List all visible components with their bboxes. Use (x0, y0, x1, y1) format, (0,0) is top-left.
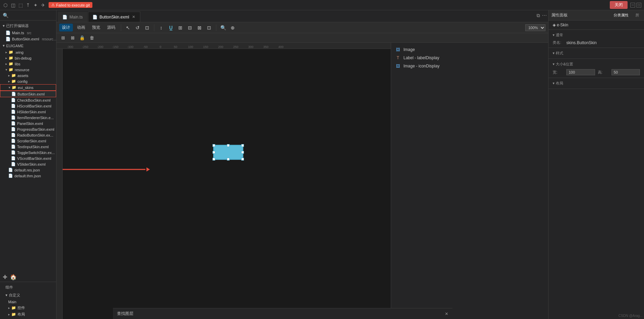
tree-item-assets[interactable]: ▸ 📁 assets (0, 73, 56, 78)
tree-item-toggleswitch[interactable]: 📄 ToggleSwitchSkin.ex... (0, 150, 56, 155)
tree-item-checkbox-skin[interactable]: 📄 CheckBoxSkin.exml (0, 97, 56, 103)
handle-bottom-left[interactable] (212, 158, 215, 161)
section-title-size[interactable]: ▾ 大小&位置 (553, 60, 640, 68)
props-tab-category[interactable]: 分类属性 (611, 12, 631, 18)
align2-icon[interactable]: ⊠ (69, 35, 76, 40)
props-section-layout: ▾ 布局 (549, 78, 644, 89)
canvas-component-area: -300 -250 -200 -150 -100 -50 0 50 100 15… (56, 43, 548, 319)
app-icon-3[interactable]: ⬚ (18, 2, 23, 8)
component-item-label1[interactable]: T Label - labelDisplay (395, 54, 544, 62)
component-item-image1[interactable]: 🖼 Image (395, 46, 544, 54)
title-bar-right: 关闭 ─ □ (610, 1, 641, 9)
underline-icon[interactable]: U̲ (167, 25, 175, 30)
props-tab-all[interactable]: 所 (633, 12, 641, 18)
tree-item-controls[interactable]: ▸ 📁 控件 (3, 305, 53, 311)
section-label: 自定义 (9, 293, 20, 298)
tab-button-skin[interactable]: 📄 ButtonSkin.exml ✕ (88, 12, 141, 22)
editor-toolbar: 设计 动画 预览 源码 ↖ ↺ ⊡ ↕ U̲ ⊞ ⊟ ⊠ ⊡ 🔍 ⊕ 100% … (56, 22, 548, 33)
add-folder-icon[interactable]: 🏠 (10, 274, 17, 280)
section-open-editors[interactable]: ▾ 已打开编辑器 (0, 22, 56, 30)
tree-item-bin-debug[interactable]: ▸ 📁 bin-debug (0, 55, 56, 61)
animate-mode-button[interactable]: 动画 (74, 24, 88, 31)
tree-item-vscrollbar[interactable]: 📄 VScrollBarSkin.exml (0, 155, 56, 161)
height-input[interactable] (611, 69, 640, 75)
tree-item-radiobutton[interactable]: 📄 RadioButtonSkin.ex... (0, 132, 56, 138)
tree-item-wing[interactable]: ▸ 📁 .wing (0, 49, 56, 55)
tree-item-default-thm[interactable]: 📄 default.thm.json (0, 173, 56, 179)
zoom-out-icon[interactable]: 🔍 (219, 25, 227, 30)
tree-item-config[interactable]: ▸ 📁 config (0, 78, 56, 84)
tree-item-hscrollbar[interactable]: 📄 HScrollBarSkin.exml (0, 103, 56, 109)
minimize-button[interactable]: ─ (630, 3, 635, 8)
source-mode-button[interactable]: 源码 (104, 24, 118, 31)
tree-item-vslider[interactable]: 📄 VSliderSkin.exml (0, 161, 56, 167)
zoom-select[interactable]: 100% 50% 75% 150% 200% (525, 24, 545, 31)
folder-icon: 📁 (9, 56, 13, 60)
tree-item-scroller[interactable]: 📄 ScrollerSkin.exml (0, 138, 56, 144)
app-icon-1[interactable]: ⬡ (3, 2, 8, 8)
app-icon-6[interactable]: ✈ (40, 2, 46, 8)
tree-item-resource[interactable]: ▾ 📁 resource (0, 67, 56, 73)
handle-bottom-right[interactable] (241, 158, 244, 161)
tab-main-ts[interactable]: 📄 Main.ts (58, 12, 87, 22)
tree-item-hslider[interactable]: 📄 HSliderSkin.exml (0, 109, 56, 115)
tree-item-button-skin-open[interactable]: 📄 ButtonSkin.exml resourc... (0, 36, 56, 42)
arrow-indicator (63, 169, 150, 170)
app-icon-5[interactable]: ✦ (33, 2, 38, 8)
tree-item-main-ts[interactable]: 📄 Main.ts src (0, 30, 56, 36)
zoom-fit-icon[interactable]: ⊕ (229, 25, 237, 30)
tree-item-main-component[interactable]: Main (3, 299, 53, 305)
tree-item-default-res[interactable]: 📄 default.res.json (0, 167, 56, 173)
tree-item-layout[interactable]: ▸ 📁 布局 (3, 311, 53, 318)
tab-close-button[interactable]: ✕ (131, 15, 136, 19)
delete-icon[interactable]: 🗑 (88, 35, 95, 40)
maximize-button[interactable]: □ (636, 3, 641, 8)
grid-cols-icon[interactable]: ⊟ (186, 25, 194, 30)
section-title-layout[interactable]: ▾ 布局 (553, 79, 640, 87)
crop-icon[interactable]: ⊡ (143, 25, 151, 30)
handle-top-left[interactable] (212, 144, 215, 147)
tree-item-panel[interactable]: 📄 PanelSkin.exml (0, 120, 56, 126)
search-close-button[interactable]: ✕ (445, 311, 448, 316)
section-custom[interactable]: ▾ 自定义 (3, 291, 53, 299)
ruler-mark: 150 (198, 45, 213, 49)
component-item-image2[interactable]: 🖼 Image - iconDisplay (395, 62, 544, 70)
add-component-icon[interactable]: ✚ (3, 274, 7, 280)
design-mode-button[interactable]: 设计 (59, 24, 73, 31)
split-view-icon[interactable]: ⧉ (537, 13, 540, 18)
refresh-icon[interactable]: ↺ (133, 25, 142, 30)
section-label: 组件 (5, 285, 13, 290)
app-icon-2[interactable]: ◫ (10, 2, 16, 8)
main-canvas[interactable] (63, 49, 391, 319)
tree-item-eui-skins[interactable]: ▾ 📁 eui_skins (0, 84, 56, 91)
width-input[interactable] (566, 69, 595, 75)
sidebar-toolbar: 🔍 (0, 10, 56, 21)
section-title-style[interactable]: ▾ 样式 (553, 49, 640, 57)
more-actions-icon[interactable]: ⋯ (542, 13, 547, 18)
tree-item-itemrenderer[interactable]: 📄 ItemRendererSkin.e... (0, 115, 56, 120)
section-title-normal[interactable]: ▾ 通常 (553, 31, 640, 39)
distribute-icon[interactable]: ⊡ (205, 25, 213, 30)
handle-middle-left[interactable] (212, 151, 215, 154)
section-euigame[interactable]: ▾ EUIGAME (0, 42, 56, 49)
tree-item-button-skin[interactable]: 📄 ButtonSkin.exml (0, 91, 56, 97)
handle-top-right[interactable] (241, 144, 244, 147)
app-icon-4[interactable]: ⤒ (25, 2, 31, 8)
handle-top-middle[interactable] (227, 144, 230, 147)
sidebar-search-icon[interactable]: 🔍 (2, 13, 9, 18)
tree-item-progressbar[interactable]: 📄 ProgressBarSkin.exml (0, 126, 56, 132)
canvas-button-element[interactable] (213, 145, 243, 160)
lock-icon[interactable]: 🔒 (78, 35, 86, 40)
grid-view-icon[interactable]: ⊞ (176, 25, 184, 30)
handle-middle-right[interactable] (241, 151, 244, 154)
snap-icon[interactable]: ⊞ (59, 35, 67, 40)
pointer-tool-icon[interactable]: ↖ (124, 25, 132, 30)
tree-item-libs[interactable]: ▸ 📁 libs (0, 61, 56, 67)
handle-bottom-middle[interactable] (227, 158, 230, 161)
move-icon[interactable]: ↕ (157, 25, 165, 30)
preview-mode-button[interactable]: 预览 (89, 24, 103, 31)
section-components[interactable]: 组件 (3, 283, 53, 291)
tree-item-textinput[interactable]: 📄 TextInputSkin.exml (0, 144, 56, 150)
close-button[interactable]: 关闭 (610, 1, 628, 9)
align-icon[interactable]: ⊠ (195, 25, 204, 30)
